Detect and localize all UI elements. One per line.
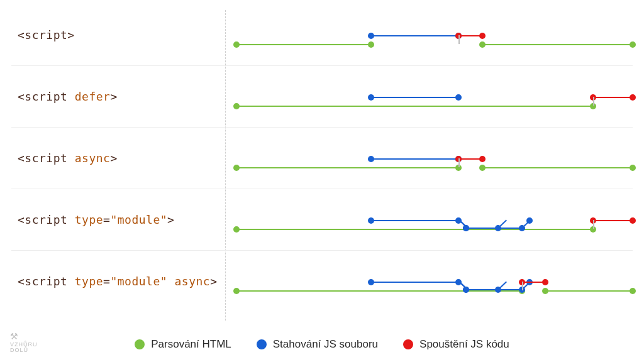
legend-label: Stahování JS souboru bbox=[273, 338, 378, 351]
connector-tick bbox=[593, 97, 594, 106]
timeline-marker bbox=[233, 165, 240, 171]
timeline-segment bbox=[371, 220, 458, 221]
timeline-segment bbox=[371, 35, 458, 36]
timeline-marker bbox=[233, 41, 240, 48]
timeline bbox=[236, 189, 633, 250]
timeline-marker bbox=[368, 33, 374, 39]
timeline-segment bbox=[593, 97, 633, 98]
hammer-icon: ⚒ bbox=[10, 332, 38, 341]
timeline-segment bbox=[466, 228, 521, 229]
variant-row: <script defer> bbox=[0, 65, 644, 127]
legend-item-execute: Spouštění JS kódu bbox=[403, 338, 509, 351]
timeline-marker bbox=[542, 288, 548, 294]
dot-icon bbox=[403, 339, 413, 349]
timeline-marker bbox=[368, 156, 374, 162]
connector-tick bbox=[458, 158, 460, 167]
variant-row: <script async> bbox=[0, 127, 644, 189]
timeline-segment bbox=[371, 97, 458, 98]
timeline-segment bbox=[371, 158, 458, 160]
timeline-segment bbox=[593, 220, 633, 221]
connector-tick bbox=[522, 282, 523, 290]
variant-row: <script type="module"> bbox=[0, 189, 644, 250]
timeline-segment bbox=[236, 290, 522, 292]
timeline-marker bbox=[479, 165, 486, 171]
timeline-marker bbox=[463, 287, 469, 293]
timeline bbox=[236, 4, 633, 65]
timeline-marker bbox=[479, 33, 486, 39]
timeline-marker bbox=[233, 103, 240, 109]
timeline-marker bbox=[479, 156, 486, 162]
legend-item-parse: Parsování HTML bbox=[135, 338, 231, 351]
variant-row: <script type="module" async> bbox=[0, 250, 644, 312]
timeline-segment bbox=[236, 229, 593, 230]
timeline-marker bbox=[368, 41, 374, 48]
timeline bbox=[236, 250, 633, 312]
timeline-segment bbox=[236, 167, 458, 168]
timeline-marker bbox=[630, 94, 636, 101]
legend-label: Spouštění JS kódu bbox=[419, 338, 509, 351]
timeline-marker bbox=[233, 288, 240, 294]
connector-tick bbox=[458, 35, 460, 44]
timeline-marker bbox=[463, 225, 469, 231]
variant-label: <script defer> bbox=[18, 90, 118, 103]
timeline-marker bbox=[368, 94, 374, 101]
timeline-segment bbox=[545, 290, 633, 292]
timeline-marker bbox=[630, 41, 636, 48]
timeline-marker bbox=[630, 165, 636, 171]
variant-label: <script async> bbox=[18, 151, 118, 165]
timeline-marker bbox=[455, 94, 462, 101]
timeline-segment bbox=[236, 106, 593, 107]
legend: Parsování HTML Stahování JS souboru Spou… bbox=[0, 338, 644, 351]
timeline-marker bbox=[479, 41, 486, 48]
variant-label: <script> bbox=[18, 28, 75, 41]
timeline-segment bbox=[466, 289, 521, 290]
variant-row: <script> bbox=[0, 4, 644, 65]
timeline-segment bbox=[236, 44, 371, 45]
module-branch bbox=[498, 281, 507, 289]
timeline-marker bbox=[368, 279, 374, 285]
timeline-segment bbox=[482, 167, 633, 168]
variant-label: <script type="module" async> bbox=[18, 275, 217, 288]
legend-item-download: Stahování JS souboru bbox=[257, 338, 378, 351]
variant-label: <script type="module"> bbox=[18, 213, 174, 226]
timeline-marker bbox=[542, 279, 548, 285]
dot-icon bbox=[135, 339, 145, 349]
timeline-segment bbox=[371, 282, 458, 283]
timeline-marker bbox=[526, 217, 533, 224]
legend-label: Parsování HTML bbox=[151, 338, 231, 351]
timeline-marker bbox=[233, 226, 240, 233]
timeline bbox=[236, 127, 633, 189]
timeline-segment bbox=[482, 44, 633, 45]
timeline-marker bbox=[630, 288, 636, 294]
module-branch bbox=[498, 219, 507, 228]
connector-tick bbox=[593, 220, 594, 229]
dot-icon bbox=[257, 339, 267, 349]
brand-logo: ⚒ VZHŮRU DOLŮ bbox=[10, 332, 38, 353]
timeline-marker bbox=[630, 217, 636, 224]
timeline-marker bbox=[368, 217, 374, 224]
timeline bbox=[236, 65, 633, 127]
